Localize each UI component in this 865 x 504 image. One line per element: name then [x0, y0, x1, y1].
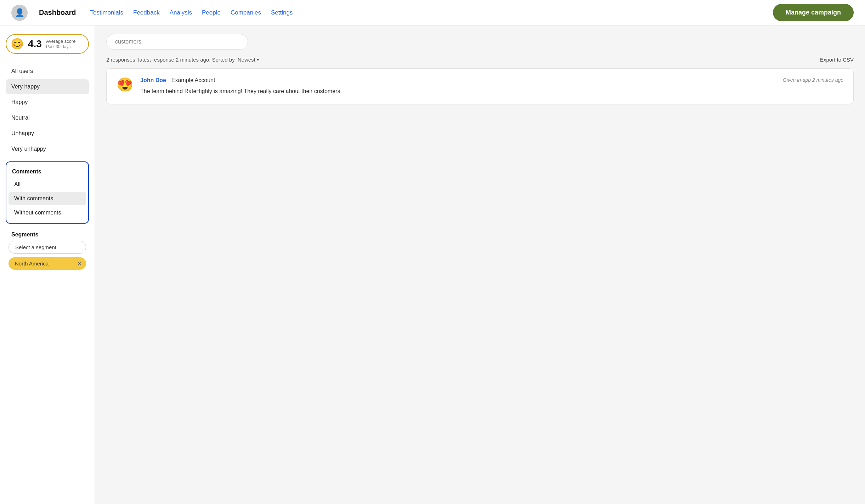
filter-unhappy[interactable]: Unhappy: [6, 126, 89, 141]
segments-title: Segments: [6, 228, 89, 241]
filter-very-unhappy[interactable]: Very unhappy: [6, 142, 89, 156]
results-bar: 2 responses, latest response 2 minutes a…: [106, 57, 854, 63]
comments-without[interactable]: Without comments: [9, 206, 86, 219]
nav-analysis[interactable]: Analysis: [170, 9, 192, 16]
header-nav: Testimonials Feedback Analysis People Co…: [90, 9, 293, 16]
filter-very-happy[interactable]: Very happy: [6, 79, 89, 94]
chevron-down-icon: ▾: [257, 57, 259, 62]
score-emoji: 😊: [11, 39, 24, 49]
segment-tag-close-icon[interactable]: ×: [78, 261, 81, 267]
content-area: 2 responses, latest response 2 minutes a…: [95, 25, 865, 504]
score-meta: Average score Past 30 days: [46, 39, 76, 49]
response-card: 😍 John Doe , Example Account The team be…: [106, 68, 854, 104]
segment-select-label: Select a segment: [15, 244, 56, 250]
nav-testimonials[interactable]: Testimonials: [90, 9, 123, 16]
avatar: 👤: [11, 5, 28, 21]
response-header: John Doe , Example Account: [140, 77, 769, 84]
header: 👤 Dashboard Testimonials Feedback Analys…: [0, 0, 865, 25]
results-info: 2 responses, latest response 2 minutes a…: [106, 57, 259, 63]
comments-with[interactable]: With comments: [9, 192, 86, 205]
export-csv-button[interactable]: Export to CSV: [820, 57, 854, 63]
header-title: Dashboard: [39, 8, 76, 17]
manage-campaign-button[interactable]: Manage campaign: [773, 4, 854, 21]
score-value: 4.3: [28, 38, 42, 50]
filter-all-users[interactable]: All users: [6, 64, 89, 79]
nav-settings[interactable]: Settings: [271, 9, 293, 16]
search-input[interactable]: [106, 34, 248, 50]
segment-tag-label: North America: [15, 260, 74, 267]
filter-happy[interactable]: Happy: [6, 95, 89, 110]
response-body: John Doe , Example Account The team behi…: [140, 77, 769, 96]
filter-neutral[interactable]: Neutral: [6, 110, 89, 125]
response-time: Given in-app 2 minutes ago: [776, 77, 843, 83]
response-text: The team behind RateHighly is amazing! T…: [140, 87, 769, 96]
main-layout: 😊 4.3 Average score Past 30 days All use…: [0, 25, 865, 504]
nav-companies[interactable]: Companies: [231, 9, 261, 16]
results-text: 2 responses, latest response 2 minutes a…: [106, 57, 235, 63]
comments-title: Comments: [6, 165, 88, 177]
score-label: Average score: [46, 39, 76, 44]
comments-all[interactable]: All: [9, 178, 86, 191]
sort-dropdown[interactable]: Newest ▾: [238, 57, 259, 63]
sort-label: Newest: [238, 57, 255, 63]
sidebar: 😊 4.3 Average score Past 30 days All use…: [0, 25, 95, 504]
segment-select-button[interactable]: Select a segment: [9, 241, 86, 254]
nav-feedback[interactable]: Feedback: [133, 9, 160, 16]
score-widget: 😊 4.3 Average score Past 30 days: [6, 34, 89, 54]
response-emoji: 😍: [117, 78, 133, 91]
comments-section: Comments All With comments Without comme…: [6, 161, 89, 224]
nav-people[interactable]: People: [202, 9, 221, 16]
response-name[interactable]: John Doe: [140, 77, 166, 84]
segment-tag-north-america: North America ×: [9, 257, 86, 270]
score-sublabel: Past 30 days: [46, 44, 76, 49]
response-account: , Example Account: [168, 77, 215, 84]
